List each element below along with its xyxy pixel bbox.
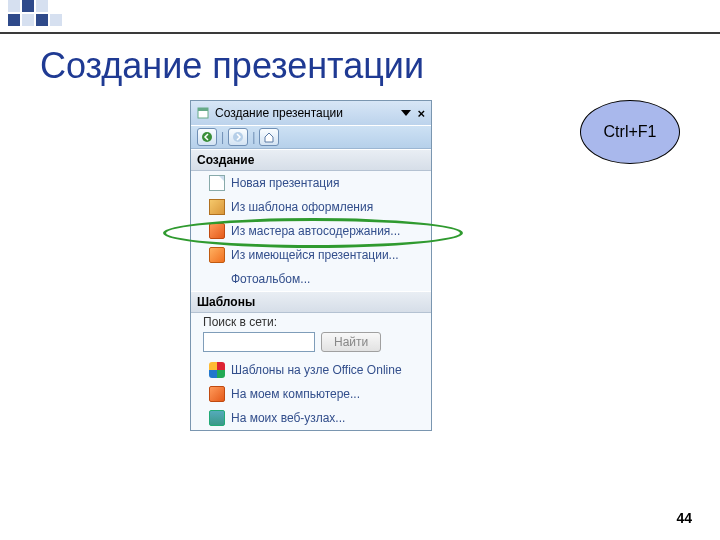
nav-separator: | (221, 130, 224, 144)
photo-icon (209, 271, 225, 287)
shortcut-badge: Ctrl+F1 (580, 100, 680, 164)
create-section: Новая презентация Из шаблона оформления … (191, 171, 431, 291)
nav-back-button[interactable] (197, 128, 217, 146)
item-from-design-template[interactable]: Из шаблона оформления (191, 195, 431, 219)
item-label: Фотоальбом... (231, 272, 310, 286)
item-label: Из шаблона оформления (231, 200, 373, 214)
item-label: Из имеющейся презентации... (231, 248, 399, 262)
forward-arrow-icon (232, 131, 244, 143)
section-header-create: Создание (191, 149, 431, 171)
template-icon (209, 199, 225, 215)
item-label: На моем компьютере... (231, 387, 360, 401)
item-my-computer[interactable]: На моем компьютере... (191, 382, 431, 406)
dropdown-icon[interactable] (401, 110, 411, 116)
task-pane-title: Создание презентации (215, 106, 395, 120)
home-icon (263, 131, 275, 143)
wizard-icon (209, 223, 225, 239)
my-computer-icon (209, 386, 225, 402)
svg-point-2 (202, 132, 212, 142)
search-input[interactable] (203, 332, 315, 352)
svg-point-3 (233, 132, 243, 142)
templates-section: Поиск в сети: Найти Шаблоны на узле Offi… (191, 313, 431, 430)
item-from-existing[interactable]: Из имеющейся презентации... (191, 243, 431, 267)
new-doc-icon (209, 175, 225, 191)
taskpane-icon (197, 107, 209, 119)
shortcut-label: Ctrl+F1 (604, 123, 657, 141)
item-label: Шаблоны на узле Office Online (231, 363, 402, 377)
search-button[interactable]: Найти (321, 332, 381, 352)
slide-decoration (8, 0, 128, 26)
item-from-autocontent-wizard[interactable]: Из мастера автосодержания... (191, 219, 431, 243)
task-pane-nav: | | (191, 125, 431, 149)
item-label: На моих веб-узлах... (231, 411, 345, 425)
search-label: Поиск в сети: (203, 315, 423, 329)
item-label: Из мастера автосодержания... (231, 224, 400, 238)
web-sites-icon (209, 410, 225, 426)
office-online-icon (209, 362, 225, 378)
page-number: 44 (676, 510, 692, 526)
task-pane: Создание презентации × | | Создание Нова… (190, 100, 432, 431)
item-label: Новая презентация (231, 176, 339, 190)
nav-forward-button[interactable] (228, 128, 248, 146)
item-office-online-templates[interactable]: Шаблоны на узле Office Online (191, 358, 431, 382)
section-header-templates: Шаблоны (191, 291, 431, 313)
back-arrow-icon (201, 131, 213, 143)
item-my-web-sites[interactable]: На моих веб-узлах... (191, 406, 431, 430)
svg-rect-1 (198, 108, 208, 111)
search-row: Поиск в сети: Найти (191, 313, 431, 358)
existing-icon (209, 247, 225, 263)
close-icon[interactable]: × (417, 106, 425, 121)
item-photo-album[interactable]: Фотоальбом... (191, 267, 431, 291)
title-underline (0, 32, 720, 34)
slide-title: Создание презентации (40, 45, 424, 87)
item-new-presentation[interactable]: Новая презентация (191, 171, 431, 195)
nav-home-button[interactable] (259, 128, 279, 146)
nav-separator: | (252, 130, 255, 144)
task-pane-header[interactable]: Создание презентации × (191, 101, 431, 125)
